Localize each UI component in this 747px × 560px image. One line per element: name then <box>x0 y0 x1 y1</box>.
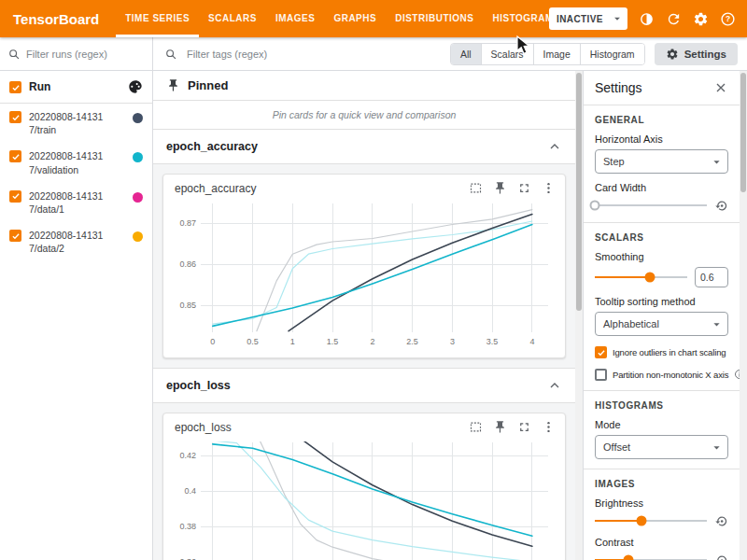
svg-text:3.5: 3.5 <box>486 337 499 346</box>
fullscreen-icon[interactable] <box>517 420 531 434</box>
help-icon[interactable]: ? <box>720 11 736 27</box>
run-checkbox[interactable] <box>9 150 21 162</box>
slider-thumb[interactable] <box>637 516 647 526</box>
smoothing-label: Smoothing <box>595 251 728 262</box>
tooltip-sorting-label: Tooltip sorting method <box>595 296 728 307</box>
run-row[interactable]: 20220808-141317/train <box>0 104 152 143</box>
section-body: epoch_loss00.511.522.533.540.360.380.40.… <box>153 403 575 560</box>
tab-graphs[interactable]: GRAPHS <box>324 0 386 37</box>
fit-domain-icon[interactable] <box>469 420 483 434</box>
tab-images[interactable]: IMAGES <box>266 0 324 37</box>
section-header-epoch_loss[interactable]: epoch_loss <box>153 369 575 403</box>
chart-epoch_loss[interactable]: 00.511.522.533.540.360.380.40.42 <box>163 437 565 560</box>
horizontal-axis-select[interactable]: Step <box>595 149 728 174</box>
filter-tags-input[interactable] <box>187 49 441 60</box>
scalars-section-heading: SCALARS <box>595 232 728 243</box>
svg-text:0.38: 0.38 <box>179 522 196 531</box>
run-checkbox[interactable] <box>9 230 21 242</box>
settings-button[interactable]: Settings <box>655 43 738 65</box>
pin-card-icon[interactable] <box>493 181 507 195</box>
run-row[interactable]: 20220808-141317/validation <box>0 143 152 182</box>
reset-icon[interactable] <box>714 199 728 213</box>
chevron-up-icon[interactable] <box>547 139 562 154</box>
filter-button-image[interactable]: Image <box>533 44 580 64</box>
tag-section-epoch_accuracy: epoch_accuracyepoch_accuracy00.511.522.5… <box>153 130 575 369</box>
tab-distributions[interactable]: DISTRIBUTIONS <box>386 0 483 37</box>
tab-time-series[interactable]: TIME SERIES <box>116 0 199 37</box>
fit-domain-icon[interactable] <box>469 181 483 195</box>
refresh-icon[interactable] <box>666 11 682 27</box>
main-nav: TIME SERIESSCALARSIMAGESGRAPHSDISTRIBUTI… <box>116 0 549 37</box>
run-label: 20220808-141317/train <box>29 110 111 136</box>
close-icon[interactable] <box>713 80 728 95</box>
chevron-up-icon[interactable] <box>547 378 562 393</box>
slider-thumb[interactable] <box>590 201 600 211</box>
more-options-icon[interactable] <box>542 181 556 195</box>
smoothing-slider[interactable] <box>595 270 687 285</box>
run-row[interactable]: 20220808-141317/data/2 <box>0 222 152 261</box>
settings-panel-title: Settings <box>595 80 642 95</box>
svg-text:1: 1 <box>290 337 295 346</box>
fullscreen-icon[interactable] <box>517 181 531 195</box>
run-checkbox[interactable] <box>9 190 21 203</box>
svg-text:0: 0 <box>210 337 215 346</box>
more-options-icon[interactable] <box>542 420 556 434</box>
reset-icon[interactable] <box>714 514 728 528</box>
run-label: 20220808-141317/data/2 <box>29 229 111 255</box>
palette-icon[interactable] <box>128 79 143 94</box>
settings-scrollbar-thumb[interactable] <box>740 73 746 192</box>
chart-epoch_accuracy[interactable]: 00.511.522.533.540.850.860.87 <box>163 198 565 357</box>
chevron-down-icon <box>710 155 724 169</box>
svg-text:0.4: 0.4 <box>184 486 196 496</box>
section-body: epoch_accuracy00.511.522.533.540.850.860… <box>153 164 575 369</box>
partition-x-axis-row[interactable]: Partition non-monotonic X axis <box>595 368 728 381</box>
pin-card-icon[interactable] <box>493 420 507 434</box>
run-row[interactable]: 20220808-141317/data/1 <box>0 183 152 222</box>
filter-button-all[interactable]: All <box>451 44 481 64</box>
filter-runs-box <box>0 37 153 70</box>
filter-runs-input[interactable] <box>26 49 129 60</box>
partition-x-axis-label: Partition non-monotonic X axis <box>613 370 728 380</box>
section-header-epoch_accuracy[interactable]: epoch_accuracy <box>153 130 575 164</box>
theme-toggle-icon[interactable] <box>639 11 655 27</box>
brightness-slider[interactable] <box>595 513 707 528</box>
svg-text:0.86: 0.86 <box>179 259 196 269</box>
runs-sidebar: Run 20220808-141317/train20220808-141317… <box>0 71 153 560</box>
run-label: 20220808-141317/data/1 <box>29 189 111 216</box>
search-icon <box>164 48 177 61</box>
run-status-select[interactable]: INACTIVE <box>549 7 627 30</box>
tab-histograms[interactable]: HISTOGRAMS <box>483 0 549 37</box>
svg-text:0.85: 0.85 <box>179 301 196 310</box>
select-all-runs-checkbox[interactable] <box>9 81 21 93</box>
card-width-slider[interactable] <box>595 198 707 213</box>
contrast-slider[interactable] <box>595 553 707 560</box>
section-title: epoch_accuracy <box>166 140 258 153</box>
run-color-dot <box>133 192 143 203</box>
card-width-label: Card Width <box>595 182 728 193</box>
smoothing-value-input[interactable] <box>695 267 728 287</box>
partition-x-axis-checkbox[interactable] <box>595 369 607 381</box>
gear-icon[interactable] <box>693 11 709 27</box>
run-checkbox[interactable] <box>9 111 21 123</box>
card-title: epoch_accuracy <box>175 182 256 195</box>
images-section-heading: IMAGES <box>595 479 728 489</box>
tooltip-sorting-select[interactable]: Alphabetical <box>595 312 728 336</box>
main-scrollbar[interactable] <box>575 71 583 560</box>
slider-thumb[interactable] <box>624 555 634 560</box>
chevron-down-icon <box>611 12 624 25</box>
svg-text:3: 3 <box>450 337 455 346</box>
slider-thumb[interactable] <box>645 273 655 283</box>
main-scrollbar-thumb[interactable] <box>576 73 582 311</box>
settings-scrollbar[interactable] <box>740 71 747 560</box>
ignore-outliers-checkbox[interactable] <box>595 346 607 358</box>
runs-list: 20220808-141317/train20220808-141317/val… <box>0 104 152 261</box>
pin-icon <box>166 78 180 92</box>
general-section-heading: GENERAL <box>595 115 728 125</box>
settings-panel: Settings GENERAL Horizontal Axis Step Ca… <box>583 71 747 560</box>
histogram-mode-select[interactable]: Offset <box>595 435 728 459</box>
card-title: epoch_loss <box>175 421 232 434</box>
ignore-outliers-row[interactable]: Ignore outliers in chart scaling <box>595 345 728 358</box>
reset-icon[interactable] <box>714 553 728 560</box>
tab-scalars[interactable]: SCALARS <box>199 0 266 37</box>
filter-button-histogram[interactable]: Histogram <box>580 44 644 64</box>
